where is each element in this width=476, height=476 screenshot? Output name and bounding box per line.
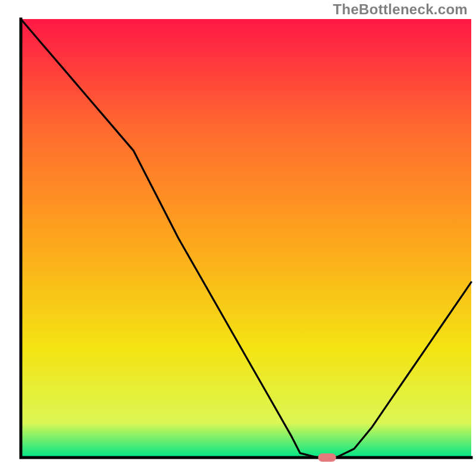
- chart-svg: [0, 0, 476, 476]
- watermark: TheBottleneck.com: [333, 1, 468, 18]
- chart-canvas: { "watermark": "TheBottleneck.com", "col…: [0, 0, 476, 476]
- plot-background: [21, 19, 471, 458]
- optimal-marker: [318, 453, 336, 462]
